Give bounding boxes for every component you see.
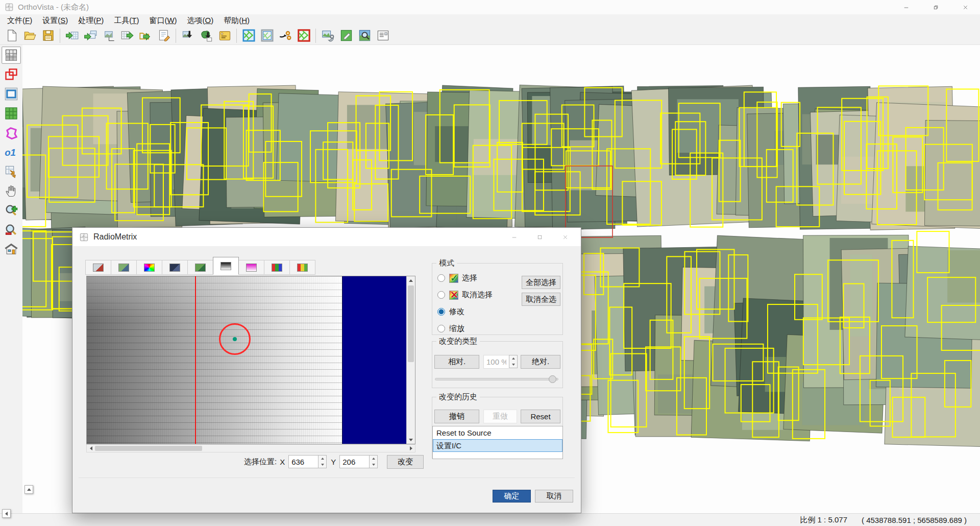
export-grid-button[interactable]: [118, 28, 136, 44]
change-button[interactable]: 改变: [387, 455, 424, 469]
vscroll-up-arrow[interactable]: [407, 276, 415, 284]
tab-magenta-gradient[interactable]: [238, 260, 264, 275]
deselect-all-button[interactable]: 取消全选: [522, 293, 560, 306]
run-process-button[interactable]: [276, 28, 295, 44]
tab-dark-image[interactable]: [162, 260, 188, 275]
history-entry[interactable]: 设置I/C: [433, 439, 562, 452]
menu-p[interactable]: 处理(P): [73, 15, 109, 27]
menu-f[interactable]: 文件(F): [2, 15, 37, 27]
dialog-minimize-button[interactable]: [501, 228, 527, 246]
amount-slider[interactable]: [435, 378, 558, 380]
pan-tool-tool[interactable]: [2, 182, 21, 200]
tab-color-wheel[interactable]: [136, 260, 162, 275]
rectangle-select-tool[interactable]: [2, 85, 21, 103]
save-project-button[interactable]: [39, 28, 57, 44]
ok-button[interactable]: 确定: [493, 490, 531, 503]
select-all-button[interactable]: 全部选择: [522, 276, 560, 289]
tile-export-tool[interactable]: [2, 163, 21, 180]
hscroll-left-button[interactable]: [2, 509, 11, 518]
dark-image-icon: [169, 264, 180, 272]
vscroll-down-arrow[interactable]: [407, 436, 415, 444]
coordinates-readout: ( 4538788.591 ; 5658589.689 ): [862, 516, 967, 524]
x-coordinate-input[interactable]: [288, 455, 318, 468]
zoom-out-tool[interactable]: [2, 221, 21, 238]
open-project-button[interactable]: [20, 28, 39, 44]
seam-editor-icon: [4, 67, 18, 82]
save-image-button[interactable]: [179, 28, 197, 44]
polygon-tool-tool[interactable]: [2, 124, 21, 141]
x-spinner[interactable]: [318, 455, 327, 468]
hscroll-left-arrow[interactable]: [87, 445, 95, 452]
toolbar-separator: [60, 29, 60, 43]
menu-t[interactable]: 工具(T): [109, 15, 144, 27]
tab-rgb-gradient[interactable]: [264, 260, 290, 275]
tiles-blue-button[interactable]: [239, 28, 258, 44]
restore-button[interactable]: [921, 0, 950, 14]
zoom-in-tool[interactable]: [2, 202, 21, 219]
tiles-red-button[interactable]: [295, 28, 313, 44]
tiles-grey-button[interactable]: [258, 28, 276, 44]
radio-unchecked[interactable]: [437, 325, 445, 332]
tab-color-bars[interactable]: [289, 260, 315, 275]
insert-image-button[interactable]: [100, 28, 118, 44]
import-image-stack-button[interactable]: [81, 28, 100, 44]
absolute-button[interactable]: 绝对.: [521, 355, 560, 369]
seam-editor-tool[interactable]: [2, 66, 21, 83]
minimize-button[interactable]: [891, 0, 921, 14]
tab-projector[interactable]: [85, 260, 111, 275]
vscroll-thumb[interactable]: [408, 285, 414, 362]
y-spinner[interactable]: [369, 455, 378, 468]
image-tools-button[interactable]: [318, 28, 337, 44]
grid-view-tool[interactable]: [2, 105, 21, 122]
project-form-button[interactable]: [374, 28, 392, 44]
import-image-button[interactable]: [63, 28, 81, 44]
edit-report-button[interactable]: [155, 28, 173, 44]
home-view-tool[interactable]: [2, 241, 21, 258]
histogram-blue-band[interactable]: [342, 276, 406, 444]
cancel-button[interactable]: 取消: [535, 490, 573, 503]
histogram-gradient[interactable]: [87, 276, 342, 444]
menu-h[interactable]: 帮助(H): [218, 15, 255, 27]
dialog-titlebar[interactable]: RadioMetrix: [72, 228, 581, 246]
tab-green-image[interactable]: [187, 260, 213, 275]
hscroll-right-arrow[interactable]: [407, 445, 415, 452]
save-shape-button[interactable]: [197, 28, 215, 44]
ortho-1-tool[interactable]: o1: [2, 144, 21, 161]
svg-text:o1: o1: [5, 147, 16, 158]
tiles-grey-icon: [260, 29, 274, 42]
vscroll-up-button[interactable]: [24, 485, 33, 494]
catalog-button[interactable]: [215, 28, 234, 44]
mosaic-view-icon: [4, 48, 18, 62]
menu-o[interactable]: 选项(O): [182, 15, 219, 27]
radio-checked[interactable]: [437, 308, 445, 316]
edit-image-button[interactable]: [337, 28, 355, 44]
zoom-tool-button[interactable]: [355, 28, 374, 44]
history-entry[interactable]: Reset to Source: [433, 426, 562, 439]
menu-s[interactable]: 设置(S): [37, 15, 73, 27]
reset-button[interactable]: Reset: [521, 410, 560, 423]
dialog-maximize-button[interactable]: [527, 228, 552, 246]
percent-spinner[interactable]: [509, 355, 518, 368]
select-check-icon: [449, 274, 458, 283]
histogram-panel[interactable]: [86, 276, 415, 444]
mosaic-view-tool[interactable]: [2, 46, 21, 64]
tab-photo[interactable]: [111, 260, 137, 275]
dialog-close-button[interactable]: [552, 228, 578, 246]
histogram-hscrollbar[interactable]: [86, 444, 415, 452]
import-folder-button[interactable]: [136, 28, 155, 44]
slider-handle[interactable]: [549, 375, 556, 383]
radio-unchecked[interactable]: [437, 274, 445, 282]
histogram-vscrollbar[interactable]: [406, 276, 415, 444]
relative-button[interactable]: 相对.: [434, 355, 479, 369]
y-coordinate-input[interactable]: [339, 455, 369, 468]
close-button[interactable]: [950, 0, 980, 14]
menu-bar: 文件(F)设置(S)处理(P)工具(T)窗口(W)选项(O)帮助(H): [0, 14, 980, 27]
undo-button[interactable]: 撤销: [434, 410, 479, 423]
mode-group-label: 模式: [436, 258, 457, 268]
menu-w[interactable]: 窗口(W): [144, 15, 182, 27]
hscroll-thumb[interactable]: [95, 446, 202, 451]
radio-unchecked[interactable]: [437, 291, 445, 299]
new-document-button[interactable]: [2, 28, 20, 44]
polygon-tool-icon: [4, 126, 18, 140]
tab-gray-gradient[interactable]: [213, 257, 239, 275]
